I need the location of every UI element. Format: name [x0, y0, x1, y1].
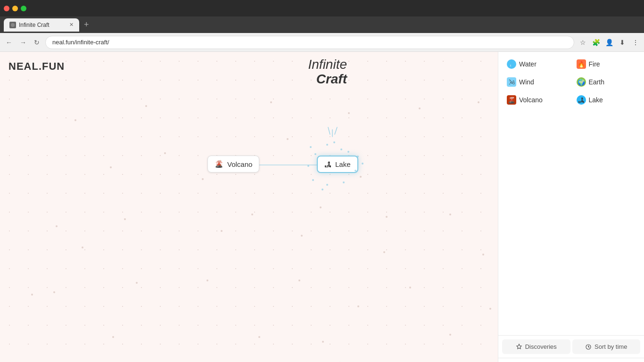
lake-icon: 🏞: [324, 160, 331, 168]
sidebar-item-water[interactable]: 💧 Water: [502, 56, 571, 73]
active-tab[interactable]: Infinite Craft ✕: [4, 18, 79, 32]
sidebar-item-earth[interactable]: 🌍 Earth: [572, 74, 641, 90]
address-bar-row: ← → ↻ neal.fun/infinite-craft/ ☆ 🧩 👤 ⬇ ⋮: [0, 33, 644, 52]
close-window-button[interactable]: [4, 6, 9, 11]
svg-point-8: [164, 152, 166, 154]
extensions-icon[interactable]: 🧩: [591, 38, 601, 47]
reload-button[interactable]: ↻: [32, 37, 41, 48]
volcano-icon: 🌋: [215, 160, 223, 168]
svg-point-6: [478, 101, 479, 103]
svg-point-17: [251, 214, 253, 215]
sparkle-dot: [326, 144, 328, 146]
lake-label: Lake: [589, 96, 603, 104]
svg-line-39: [335, 127, 337, 134]
svg-point-33: [409, 287, 411, 288]
new-tab-button[interactable]: +: [81, 20, 92, 30]
svg-point-25: [31, 294, 33, 296]
svg-point-13: [56, 225, 58, 227]
svg-point-30: [298, 280, 300, 281]
maximize-window-button[interactable]: [21, 6, 26, 11]
volcano-label: Volcano: [519, 96, 543, 104]
fire-label: Fire: [589, 60, 600, 68]
tab-favicon: [9, 22, 16, 28]
browser-toolbar-icons: ☆ 🧩 👤 ⬇ ⋮: [578, 38, 640, 47]
sparkle-dot: [333, 141, 335, 143]
sparkle-dot: [347, 151, 349, 153]
discoveries-label: Discoveries: [525, 343, 557, 350]
svg-point-1: [145, 105, 147, 107]
sparkle-dot: [343, 181, 345, 183]
sidebar-item-volcano[interactable]: 🌋 Volcano: [502, 91, 571, 108]
svg-point-23: [489, 308, 491, 310]
svg-point-27: [112, 336, 114, 338]
earth-label: Earth: [589, 78, 604, 86]
tab-close-button[interactable]: ✕: [69, 22, 74, 28]
sparkle-dot: [326, 184, 328, 186]
svg-point-10: [287, 138, 289, 140]
fire-icon: 🔥: [577, 59, 586, 69]
forward-button[interactable]: →: [18, 37, 28, 48]
svg-point-14: [82, 247, 83, 248]
svg-point-16: [221, 230, 223, 232]
search-bar: [498, 358, 644, 362]
settings-icon[interactable]: ⋮: [631, 38, 640, 47]
svg-point-19: [320, 206, 322, 208]
bottom-toolbar: Reset ☕ 🪄 🔊: [0, 355, 352, 362]
svg-point-15: [124, 218, 126, 220]
game-title: Infinite Craft: [308, 58, 347, 87]
sidebar-bottom-actions: Discoveries Sort by time: [498, 335, 644, 358]
address-input[interactable]: neal.fun/infinite-craft/: [45, 36, 574, 49]
svg-point-11: [360, 176, 362, 178]
site-logo: NEAL.FUN: [8, 60, 65, 73]
svg-point-2: [270, 101, 272, 103]
svg-point-7: [110, 166, 112, 168]
lake-icon: 🏞: [577, 95, 586, 105]
discoveries-button[interactable]: Discoveries: [502, 339, 570, 354]
canvas-item-lake[interactable]: 🏞 Lake: [317, 156, 358, 173]
profile-icon[interactable]: 👤: [604, 38, 614, 47]
window-controls: [4, 6, 26, 11]
downloads-icon[interactable]: ⬇: [618, 38, 627, 47]
sparkle-dot: [312, 179, 314, 181]
tab-bar: Infinite Craft ✕ +: [0, 16, 644, 33]
svg-point-9: [202, 178, 204, 180]
bookmark-icon[interactable]: ☆: [578, 38, 587, 47]
sidebar: 💧 Water 🔥 Fire 🌬 Wind 🌍 Earth 🌋 Volcano …: [498, 52, 644, 362]
svg-point-34: [449, 334, 451, 336]
sparkle-dot: [310, 146, 312, 148]
sidebar-items-grid: 💧 Water 🔥 Fire 🌬 Wind 🌍 Earth 🌋 Volcano …: [498, 52, 644, 335]
discoveries-icon: [516, 344, 522, 350]
craft-canvas[interactable]: NEAL.FUN Infinite Craft 🌋 Volcano 🏞 Lake: [0, 52, 498, 362]
svg-point-32: [357, 305, 359, 307]
sidebar-item-fire[interactable]: 🔥 Fire: [572, 56, 641, 73]
sparkle-dot: [314, 153, 316, 155]
url-text: neal.fun/infinite-craft/: [52, 39, 109, 46]
volcano-label: Volcano: [227, 160, 252, 168]
svg-point-26: [53, 291, 55, 293]
back-button[interactable]: ←: [4, 37, 14, 48]
minimize-window-button[interactable]: [12, 6, 18, 11]
sort-button[interactable]: Sort by time: [572, 339, 641, 354]
game-title-line1: Infinite: [308, 58, 347, 72]
svg-point-20: [383, 251, 385, 253]
svg-point-5: [419, 107, 421, 109]
svg-line-40: [328, 127, 330, 134]
sidebar-item-lake[interactable]: 🏞 Lake: [572, 91, 641, 108]
game-area: NEAL.FUN Infinite Craft 🌋 Volcano 🏞 Lake: [0, 52, 644, 362]
svg-point-24: [136, 282, 138, 284]
svg-point-28: [206, 280, 208, 281]
lake-label: Lake: [335, 160, 351, 168]
sort-icon: [585, 344, 592, 350]
svg-point-3: [74, 119, 76, 121]
game-title-line2: Craft: [308, 72, 347, 87]
browser-titlebar: [0, 0, 644, 16]
canvas-item-volcano[interactable]: 🌋 Volcano: [207, 156, 259, 173]
sparkle-dot: [362, 163, 363, 165]
svg-point-29: [258, 336, 260, 338]
tab-title: Infinite Craft: [19, 22, 50, 28]
sparkle-dot: [340, 148, 342, 150]
sidebar-item-wind[interactable]: 🌬 Wind: [502, 74, 571, 90]
sparkle-dot: [322, 189, 323, 190]
volcano-icon: 🌋: [507, 95, 516, 105]
svg-point-18: [301, 235, 303, 237]
